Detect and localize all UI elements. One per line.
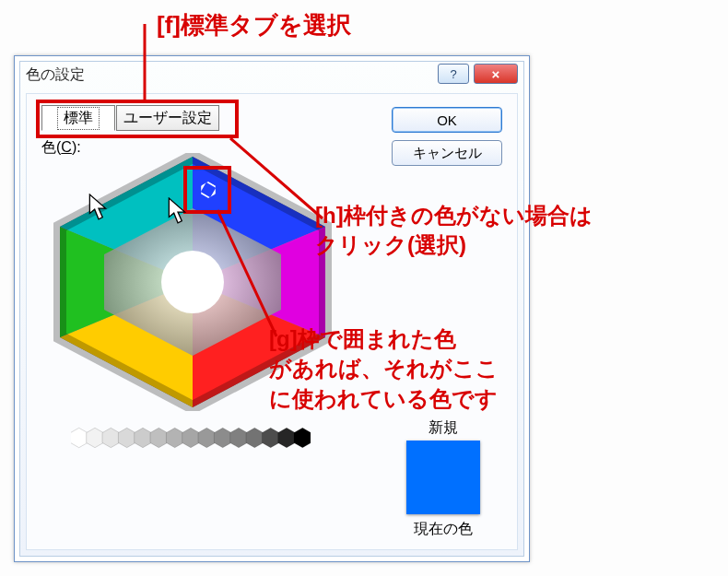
svg-marker-14 (135, 428, 152, 447)
svg-marker-24 (294, 428, 311, 447)
window-buttons: ? × (438, 64, 518, 84)
svg-marker-23 (278, 428, 296, 447)
cancel-button-label: キャンセル (413, 145, 482, 162)
annotation-h: [h]枠付きの色がない場合はクリック(選択) (315, 201, 593, 261)
tab-standard-label: 標準 (57, 107, 100, 130)
svg-marker-16 (166, 428, 183, 447)
svg-marker-21 (246, 428, 264, 447)
cancel-button[interactable]: キャンセル (392, 140, 502, 166)
svg-marker-20 (230, 428, 248, 447)
svg-marker-22 (262, 428, 279, 447)
grayscale-row[interactable] (71, 422, 311, 453)
dialog-frame: 色の設定 ? × 標準 ユーザー設定 色(C): OK (19, 61, 524, 557)
preview-current-label: 現在の色 (397, 520, 489, 539)
dialog-title: 色の設定 (26, 66, 85, 82)
svg-marker-10 (71, 428, 88, 447)
help-button[interactable]: ? (438, 64, 469, 84)
svg-marker-18 (198, 428, 216, 447)
svg-marker-12 (102, 428, 120, 447)
close-icon: × (492, 66, 500, 82)
svg-marker-13 (118, 428, 135, 447)
preview-swatch (406, 441, 480, 514)
preview-new-label: 新規 (397, 418, 489, 438)
svg-marker-17 (182, 428, 200, 447)
tab-standard[interactable]: 標準 (41, 105, 115, 131)
color-dialog: 色の設定 ? × 標準 ユーザー設定 色(C): OK (14, 55, 530, 562)
svg-marker-15 (150, 428, 168, 447)
svg-marker-19 (214, 428, 231, 447)
ok-button[interactable]: OK (392, 107, 502, 133)
annotation-g: [g]枠で囲まれた色があれば、それがここに使われている色です (269, 324, 499, 414)
tab-user-label: ユーザー設定 (123, 109, 212, 128)
help-icon: ? (450, 67, 456, 81)
grayscale-svg (71, 422, 311, 453)
titlebar: 色の設定 ? × (20, 62, 523, 93)
dialog-content: 標準 ユーザー設定 色(C): OK キャンセル (26, 93, 518, 550)
close-button[interactable]: × (474, 64, 518, 84)
svg-point-8 (161, 251, 224, 313)
annotation-f: [f]標準タブを選択 (157, 9, 351, 41)
tab-user-settings[interactable]: ユーザー設定 (116, 105, 219, 131)
svg-marker-11 (87, 428, 104, 447)
ok-button-label: OK (437, 112, 457, 128)
